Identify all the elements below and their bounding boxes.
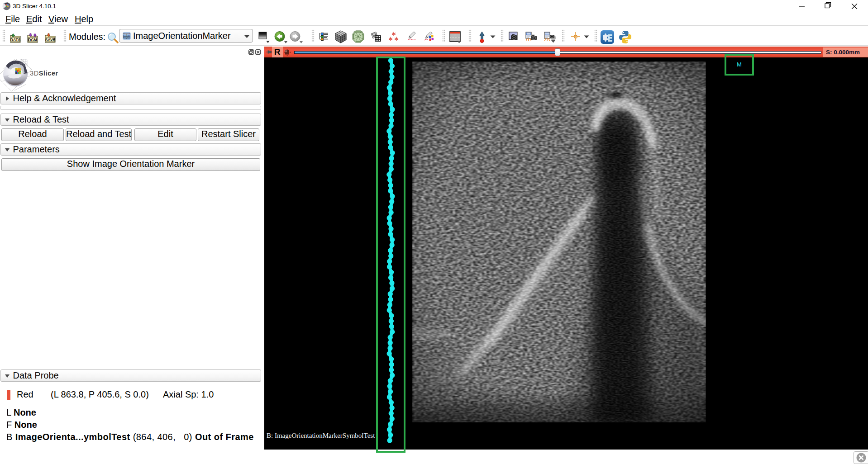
svg-text:Scripted: Scripted xyxy=(124,33,130,35)
svg-text:DATA: DATA xyxy=(10,38,20,42)
svg-text:Template: Template xyxy=(123,37,130,39)
svg-text:DCM: DCM xyxy=(28,38,37,42)
svg-text:SAVE: SAVE xyxy=(45,38,56,42)
svg-text:Loadable: Loadable xyxy=(123,35,130,37)
